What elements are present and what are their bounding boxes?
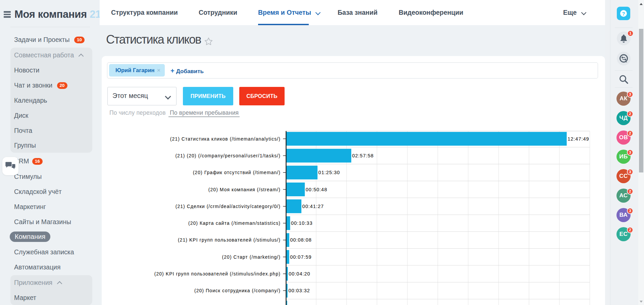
svg-text:(21) KPI групп пользователей (: (21) KPI групп пользователей (/stimulus/… [178, 237, 281, 243]
svg-text:?: ? [622, 11, 625, 16]
svg-text:(21) Статистика кликов (/timem: (21) Статистика кликов (/timeman/analyti… [170, 136, 281, 142]
svg-text:00:04:20: 00:04:20 [289, 271, 310, 276]
svg-text:(20) График отсутствий (/timem: (20) График отсутствий (/timeman/) [193, 170, 281, 175]
svg-text:(21) (20) (/company/personal/u: (21) (20) (/company/personal/user/1/task… [175, 153, 281, 158]
svg-text:(20) Старт (/marketing/): (20) Старт (/marketing/) [222, 254, 281, 260]
svg-text:01:25:30: 01:25:30 [318, 170, 340, 175]
svg-text:00:07:59: 00:07:59 [290, 254, 311, 260]
svg-text:(20) Моя компания (/stream/): (20) Моя компания (/stream/) [208, 187, 281, 192]
svg-text:00:50:48: 00:50:48 [306, 187, 327, 192]
svg-text:(20) Поиск сотрудника (/compan: (20) Поиск сотрудника (/company/) [194, 288, 281, 293]
svg-text:00:41:27: 00:41:27 [302, 204, 324, 209]
svg-text:02:57:58: 02:57:58 [352, 153, 374, 158]
svg-text:00:03:32: 00:03:32 [288, 288, 310, 293]
svg-text:(20) Карта сайта (/timeman/sta: (20) Карта сайта (/timeman/statistics) [188, 220, 281, 226]
svg-text:00:10:33: 00:10:33 [291, 220, 312, 226]
svg-text:(20) KPI групп пользователей (: (20) KPI групп пользователей (/stimulus/… [154, 271, 281, 276]
svg-text:00:08:08: 00:08:08 [290, 237, 311, 243]
svg-text:12:47:49: 12:47:49 [567, 136, 589, 142]
svg-text:(21) Сделки (/crm/deal/activit: (21) Сделки (/crm/deal/activity/category… [176, 204, 281, 209]
